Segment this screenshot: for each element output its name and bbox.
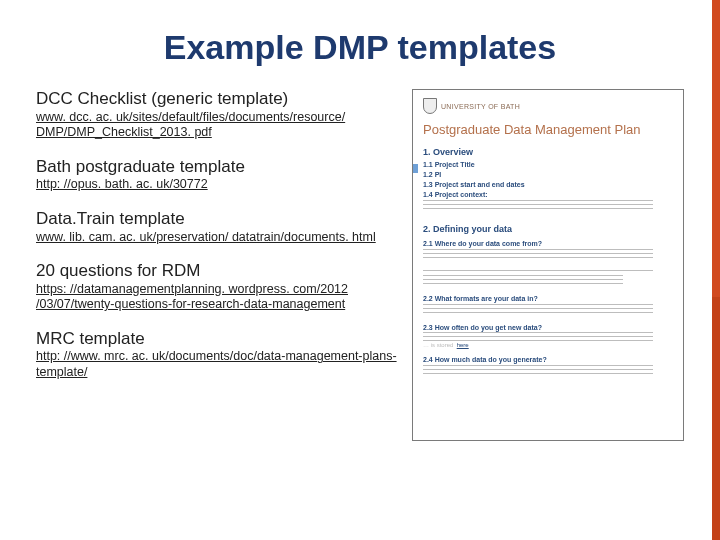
preview-header: UNIVERSITY OF BATH [423,98,673,114]
preview-item: 1.4 Project context: [423,191,673,198]
template-bath: Bath postgraduate template http: //opus.… [36,157,398,193]
greek-text-icon [423,275,623,289]
preview-placeholder-text [423,304,673,318]
preview-item: 2.1 Where do your data come from? [423,240,673,247]
preview-item: 2.2 What formats are your data in? [423,295,673,302]
preview-doc-title: Postgraduate Data Management Plan [423,120,673,137]
greek-text-icon [423,200,653,210]
greek-text-icon [423,332,653,342]
template-mrc: MRC template http: //www. mrc. ac. uk/do… [36,329,398,381]
preview-body-text: … is stored here [423,332,673,350]
greek-text-icon [423,304,653,318]
university-crest: UNIVERSITY OF BATH [423,98,520,114]
shield-icon [423,98,437,114]
template-heading: 20 questions for RDM [36,261,398,281]
slide: Example DMP templates DCC Checklist (gen… [0,0,720,540]
template-list: DCC Checklist (generic template) www. dc… [36,89,398,441]
template-link[interactable]: http: //www. mrc. ac. uk/documents/doc/d… [36,349,398,380]
university-name: UNIVERSITY OF BATH [441,103,520,110]
content-row: DCC Checklist (generic template) www. dc… [36,89,684,441]
template-20questions: 20 questions for RDM https: //datamanage… [36,261,398,313]
margin-marker-icon [413,164,418,173]
template-heading: Bath postgraduate template [36,157,398,177]
greek-text-icon [423,249,653,271]
template-link[interactable]: www. dcc. ac. uk/sites/default/files/doc… [36,110,398,141]
slide-title: Example DMP templates [36,28,684,67]
preview-item: 2.4 How much data do you generate? [423,356,673,363]
preview-placeholder-text [423,365,673,375]
template-heading: DCC Checklist (generic template) [36,89,398,109]
template-datatrain: Data.Train template www. lib. cam. ac. u… [36,209,398,245]
preview-item: 1.2 PI [423,171,673,178]
preview-item: 1.3 Project start and end dates [423,181,673,188]
preview-section-heading: 1. Overview [423,147,673,157]
preview-placeholder-text [423,249,673,289]
preview-item: 2.3 How often do you get new data? [423,324,673,331]
template-dcc: DCC Checklist (generic template) www. dc… [36,89,398,141]
template-heading: Data.Train template [36,209,398,229]
preview-section-heading: 2. Defining your data [423,224,673,234]
greek-text-icon [423,365,653,375]
template-heading: MRC template [36,329,398,349]
template-link[interactable]: http: //opus. bath. ac. uk/30772 [36,177,398,193]
template-link[interactable]: https: //datamanagementplanning. wordpre… [36,282,398,313]
document-preview: UNIVERSITY OF BATH Postgraduate Data Man… [412,89,684,441]
preview-placeholder-text [423,200,673,210]
template-link[interactable]: www. lib. cam. ac. uk/preservation/ data… [36,230,398,246]
accent-bar [712,0,720,540]
preview-item: 1.1 Project Title [423,161,673,168]
preview-inline-link: here [457,342,469,348]
